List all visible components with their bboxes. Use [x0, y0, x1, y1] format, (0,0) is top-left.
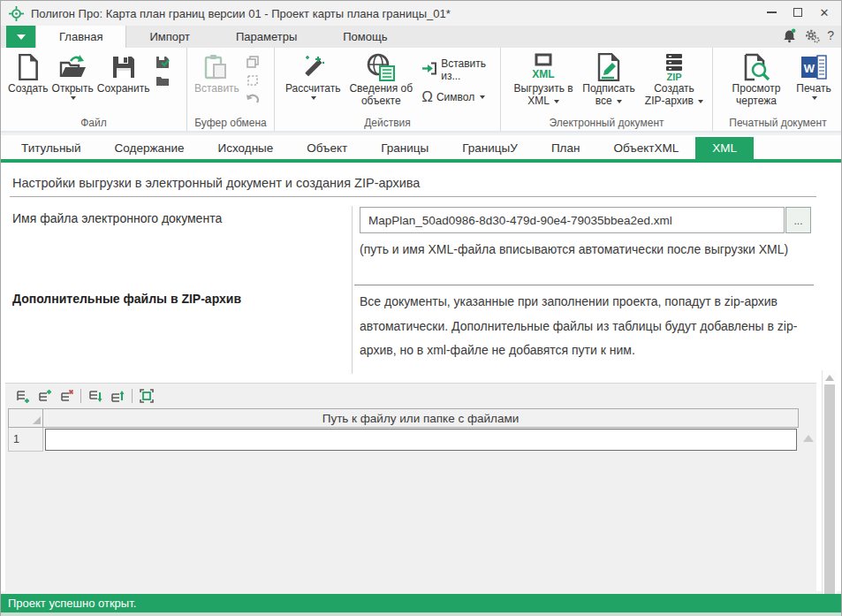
save-as-icon[interactable] [155, 55, 171, 69]
move-row-down-button[interactable] [87, 388, 103, 404]
zip-files-description: Все документы, указанные при заполнении … [360, 290, 815, 363]
tab-granicy[interactable]: Границы [364, 137, 445, 159]
chevron-down-icon [617, 100, 622, 103]
vertical-scrollbar[interactable] [822, 370, 837, 616]
insert-row-button[interactable] [36, 388, 52, 404]
tab-obektxml[interactable]: ОбъектXML [596, 137, 695, 159]
tab-granicyu[interactable]: ГраницыУ [445, 137, 535, 159]
filename-input[interactable] [360, 207, 785, 233]
print-button[interactable]: W Печать [791, 51, 837, 103]
insert-from-icon [421, 62, 437, 78]
symbol-button[interactable]: Ω Символ [421, 90, 500, 104]
close-icon: ✕ [820, 6, 830, 19]
titlebar: Полигон Про: Карта план границ версии 01… [1, 1, 841, 26]
bottom-strip [1, 612, 841, 616]
maximize-icon [793, 8, 802, 17]
notifications-bell-icon[interactable] [781, 27, 797, 43]
table-row-number[interactable]: 1 [8, 428, 43, 452]
menu-tab-parametry[interactable]: Параметры [213, 26, 320, 48]
settings-gear-icon[interactable] [804, 27, 820, 43]
tab-plan[interactable]: План [535, 137, 597, 159]
xml-export-icon: XML [527, 52, 559, 82]
svg-text:XML: XML [532, 68, 554, 80]
file-path-cell-input[interactable] [45, 429, 797, 451]
table-toolbar [14, 387, 155, 405]
sign-all-button[interactable]: Подписать все [575, 51, 642, 108]
toolbar-separator [132, 389, 133, 403]
maximize-button[interactable] [785, 3, 811, 22]
magic-wand-icon [300, 52, 326, 82]
group-label-edoc: Электронный документ [501, 117, 712, 129]
omega-icon: Ω [421, 90, 433, 104]
add-row-button[interactable] [14, 388, 30, 404]
svg-text:W: W [804, 62, 815, 75]
chevron-down-icon [311, 96, 316, 100]
calculate-button[interactable]: Рассчитать [280, 51, 345, 103]
chevron-down-icon [812, 96, 817, 100]
ribbon: Создать Открыть [1, 48, 841, 133]
app-window: Полигон Про: Карта план границ версии 01… [0, 0, 842, 616]
zip-files-label: Дополнительные файлы в ZIP-архив [12, 292, 241, 306]
app-logo-icon [9, 6, 24, 21]
filename-label: Имя файла электронного документа [12, 211, 222, 225]
column-divider [352, 206, 353, 374]
tab-xml[interactable]: XML [695, 137, 754, 159]
ribbon-group-file: Создать Открыть [1, 48, 187, 131]
tab-obekt[interactable]: Объект [290, 137, 364, 159]
save-icon [111, 52, 136, 82]
sign-document-icon [596, 52, 621, 82]
filename-hint: (путь и имя XML-файла вписываются автома… [360, 238, 814, 262]
create-zip-button[interactable]: ZIP Создать ZIP-архив [642, 51, 706, 108]
svg-text:ZIP: ZIP [666, 72, 681, 81]
scroll-up-icon[interactable] [825, 375, 834, 381]
open-button[interactable]: Открыть [50, 51, 95, 103]
document-magnifier-icon [742, 52, 770, 82]
group-label-file: Файл [1, 117, 186, 129]
export-xml-button[interactable]: XML Выгрузить в XML [512, 51, 575, 108]
menu-tab-pomosch[interactable]: Помощь [320, 26, 410, 48]
minimize-button[interactable] [758, 3, 785, 22]
copy-icon[interactable] [245, 55, 261, 69]
scrollbar-thumb[interactable] [824, 384, 835, 616]
paste-special-icon[interactable] [245, 73, 261, 87]
toolbar-separator [80, 389, 81, 403]
group-label-clipboard: Буфер обмена [187, 117, 274, 129]
globe-info-icon [367, 52, 395, 82]
menu-tab-import[interactable]: Импорт [126, 26, 212, 48]
tab-ishodnye[interactable]: Исходные [201, 137, 291, 159]
paste-icon [204, 52, 229, 82]
menu-tab-glavnaya[interactable]: Главная [35, 26, 126, 48]
ribbon-group-edoc: XML Выгрузить в XML Подписать [501, 48, 713, 131]
object-info-button[interactable]: Сведения об объекте [345, 51, 416, 108]
insert-from-button[interactable]: Вставить из... [421, 57, 500, 82]
group-label-actions: Действия [275, 117, 500, 129]
file-menu-button[interactable] [6, 26, 35, 48]
table-column-header[interactable]: Путь к файлу или папке с файлами [43, 408, 799, 428]
expand-table-button[interactable] [139, 388, 155, 404]
table-corner-cell[interactable] [8, 408, 43, 428]
status-message: Проект успешно открыт. [8, 597, 136, 610]
browse-button[interactable]: ... [785, 207, 811, 233]
save-button[interactable]: Сохранить [95, 51, 152, 95]
undo-icon[interactable] [245, 92, 261, 106]
chevron-down-icon [71, 96, 76, 100]
save-copy-folder-icon[interactable] [155, 73, 171, 87]
extra-files-table-panel: Путь к файлу или папке с файлами 1 [5, 383, 816, 591]
tab-soderzhanie[interactable]: Содержание [98, 137, 201, 159]
create-button[interactable]: Создать [6, 51, 50, 95]
delete-row-button[interactable] [58, 388, 74, 404]
paste-button[interactable]: Вставить [193, 51, 241, 95]
grid-scroll-up-icon[interactable] [803, 435, 814, 442]
menu-bar: Главная Импорт Параметры Помощь ? [1, 26, 841, 48]
help-icon[interactable]: ? [827, 28, 834, 42]
close-button[interactable]: ✕ [811, 3, 838, 22]
chevron-down-icon [17, 34, 26, 40]
group-label-print: Печатный документ [713, 117, 842, 129]
page-tab-strip: Титульный Содержание Исходные Объект Гра… [1, 135, 841, 163]
tab-titulnyj[interactable]: Титульный [4, 137, 98, 159]
zip-archive-icon: ZIP [660, 52, 688, 82]
word-document-icon: W [800, 52, 827, 82]
xml-settings-panel: Настройки выгрузки в электронный докумен… [1, 163, 841, 591]
move-row-up-button[interactable] [110, 388, 125, 404]
preview-drawing-button[interactable]: Просмотр чертежа [722, 51, 791, 108]
